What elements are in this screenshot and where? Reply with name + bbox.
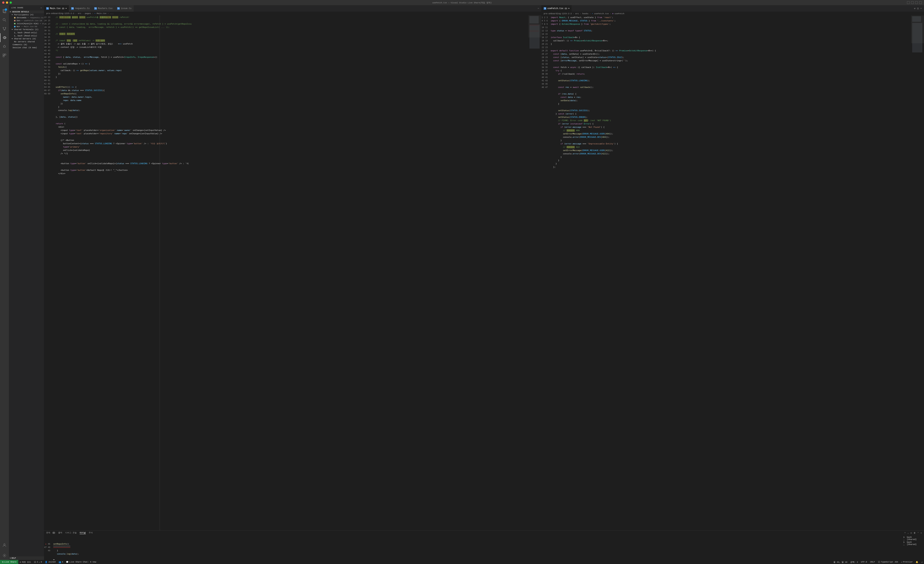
tab-main[interactable]: TS Main.tsx 2 ● [44, 5, 69, 12]
participant-item[interactable]: Nor • Main.tsx:50 [9, 25, 44, 28]
status-eol[interactable]: CRLF [868, 561, 876, 563]
terminal-icon: ❯_ [14, 31, 16, 34]
maximize-panel-icon[interactable]: ⌃ [918, 532, 919, 534]
settings-icon[interactable] [0, 551, 9, 560]
svg-line-9 [3, 46, 4, 46]
terminal-list-item[interactable]: ❯_ bash [Shared] [903, 541, 923, 546]
panel-tab-debug[interactable]: 디버그 콘솔 [65, 531, 77, 534]
tab-requests[interactable]: TS requests.ts [69, 5, 92, 12]
presence-dot-icon [14, 17, 15, 18]
compare-changes-icon[interactable]: ⇄ [914, 7, 915, 10]
panel-tabs: 문제 3 출력 디버그 콘솔 터미널 주석 + ⌄ ◫ 🗑 ⌃ ✕ [44, 531, 924, 535]
terminal-item[interactable]: ❯_ bash (Read-only) [9, 31, 44, 34]
tab-usefetch[interactable]: TS useFetch.tsx 1 ● [542, 5, 572, 12]
toggle-sidebar-icon[interactable] [911, 1, 914, 4]
source-control-icon[interactable] [0, 24, 9, 33]
svg-point-17 [4, 555, 5, 556]
session-chat-item[interactable]: Session chat (6 new) [9, 46, 44, 49]
window-title: useFetch.tsx — Visual Studio Live Share(… [432, 1, 492, 4]
function-icon: ⊕ [612, 12, 614, 15]
toggle-panel-icon[interactable] [907, 1, 910, 4]
code-right[interactable]: import React, { useEffect, useState } fr… [551, 15, 911, 530]
shared-servers-header[interactable]: Shared Servers (0) [9, 37, 44, 40]
terminal-icon: ❯_ [903, 541, 906, 546]
status-liveshare[interactable]: ⟲ Live Share [0, 560, 18, 564]
status-notifications-icon[interactable]: 🔔 [914, 561, 920, 563]
split-terminal-icon[interactable]: ◫ [910, 532, 912, 534]
code-left[interactable]: // 무한 스크롤 쓸생각 없어서 useFetch를 호출하는 게 아니라 r… [53, 15, 528, 530]
debug-icon[interactable] [0, 42, 9, 51]
status-indentation[interactable]: 공백: 2 [849, 561, 860, 564]
participant-item[interactable]: Den • useFetch.tsx:19 [9, 19, 44, 22]
status-problems[interactable]: ⓧ 3 ⚠ 0 [33, 561, 44, 564]
braces-icon: {} [878, 561, 880, 563]
titlebar-layout-controls [907, 1, 924, 4]
tab-routers[interactable]: TS Routers.tsx [92, 5, 115, 12]
account-icon[interactable] [0, 541, 9, 550]
comments-item[interactable]: Comments (0) [9, 43, 44, 46]
tab-count-badge: 1 [564, 7, 567, 9]
status-restricted[interactable]: ⊘ 제한 모드 [18, 561, 33, 564]
status-prettier[interactable]: ✓ Prettier [900, 561, 914, 563]
status-chat[interactable]: 💬 Live Share Chat: 6 new [64, 561, 98, 563]
minimize-window-button[interactable] [6, 1, 8, 4]
search-icon[interactable] [0, 15, 9, 24]
panel-tab-comments[interactable]: 주석 [89, 531, 93, 534]
status-encoding[interactable]: UTF-8 [860, 561, 868, 563]
kill-terminal-icon[interactable]: 🗑 [914, 532, 916, 534]
more-actions-icon[interactable]: ⋯ [921, 7, 922, 10]
liveshare-icon[interactable] [0, 33, 9, 42]
person-icon: 👤 [45, 561, 48, 563]
breadcrumb-left[interactable]: pre-onboarding-12th-2-2› src› pages› ▪ M… [44, 12, 541, 15]
presence-dot-icon [14, 26, 15, 27]
status-cursor-position[interactable]: 줄 43, 열 10 [832, 561, 849, 564]
panel: 문제 3 출력 디버그 콘솔 터미널 주석 + ⌄ ◫ 🗑 ⌃ ✕ ▸ 46 4… [44, 530, 924, 560]
participant-item[interactable]: devsomda • requests.ts:3 [9, 16, 44, 19]
explorer-icon[interactable]: 2 [0, 7, 9, 15]
ts-file-icon: TS [71, 7, 74, 10]
toggle-secondary-sidebar-icon[interactable] [915, 1, 918, 4]
status-feedback-icon[interactable]: ↗ [920, 561, 924, 563]
terminal-list-item[interactable]: ❯_ bash [Shared] [903, 536, 923, 541]
minimap-left[interactable] [528, 15, 541, 530]
panel-body: ▸ 46 47 48 49 setRepoInfo() ~~~~~~~~~~~~… [44, 535, 924, 560]
tsx-file-icon: TS [94, 7, 97, 10]
panel-tab-output[interactable]: 출력 [58, 531, 62, 534]
terminal-item[interactable]: ❯_ bash (Read-only) [9, 34, 44, 37]
svg-line-12 [5, 47, 6, 47]
close-panel-icon[interactable]: ✕ [921, 532, 922, 534]
tsx-file-icon: ▪ [94, 12, 96, 15]
shared-terminals-header[interactable]: Shared Terminals (2) [9, 28, 44, 31]
split-editor-icon[interactable]: ◫ [917, 7, 919, 10]
more-actions-icon[interactable]: ⋯ [538, 7, 539, 10]
editor-group-right: TS useFetch.tsx 1 ● ⇄ ◫ ⋯ pre-onboarding… [542, 5, 924, 530]
participants-header[interactable]: Participants (4) [9, 13, 44, 16]
close-window-button[interactable] [2, 1, 4, 4]
extensions-icon[interactable] [0, 51, 9, 60]
presence-dot-icon [14, 23, 15, 24]
tab-issue[interactable]: TS issue.ts [115, 5, 134, 12]
breadcrumb-right[interactable]: pre-onboarding-12th-2-2› src› hooks› ▪ u… [542, 12, 924, 15]
sidebar-more-icon[interactable]: ⋯ [40, 7, 42, 9]
svg-rect-15 [3, 55, 4, 57]
maximize-window-button[interactable] [10, 1, 12, 4]
help-section-header[interactable]: HELP [9, 557, 44, 560]
status-language[interactable]: {} TypeScript JSX [876, 561, 900, 563]
terminal-dropdown-icon[interactable]: ⌄ [908, 532, 909, 534]
session-details-header[interactable]: SESSION DETAILS [9, 10, 44, 13]
comment-icon: 💬 [66, 561, 69, 563]
participant-item[interactable]: Joice(Hyunjin Kim) • useFetc... [9, 22, 44, 25]
status-joined[interactable]: 👤 Joined [44, 561, 57, 563]
new-terminal-icon[interactable]: + [904, 532, 906, 534]
panel-tab-problems[interactable]: 문제 3 [46, 531, 55, 534]
terminal-content[interactable]: setRepoInfo() ~~~~~~~~~~~~~~ } console.l… [53, 535, 902, 560]
activity-bar: 2 [0, 5, 9, 560]
panel-tab-terminal[interactable]: 터미널 [80, 531, 86, 534]
status-participant-count[interactable]: 👥 4 [57, 561, 64, 563]
customize-layout-icon[interactable] [919, 1, 922, 4]
terminal-icon: ❯_ [903, 536, 906, 540]
minimap-right[interactable] [911, 15, 924, 530]
svg-point-7 [3, 46, 5, 48]
problems-count-badge: 3 [52, 532, 56, 534]
titlebar: useFetch.tsx — Visual Studio Live Share(… [0, 0, 924, 5]
